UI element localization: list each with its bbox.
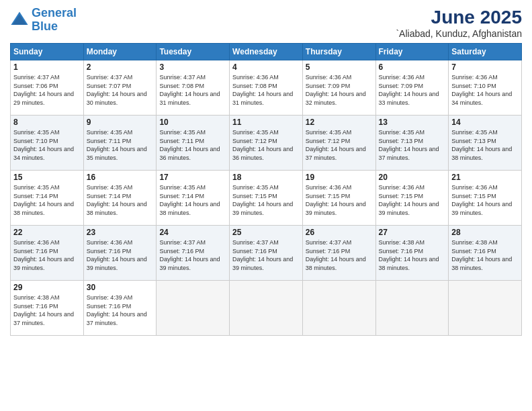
day-info: Sunrise: 4:35 AMSunset: 7:11 PMDaylight:… — [87, 128, 154, 162]
day-info: Sunrise: 4:35 AMSunset: 7:13 PMDaylight:… — [451, 128, 519, 162]
weekday-monday: Monday — [83, 44, 157, 60]
day-info: Sunrise: 4:39 AMSunset: 7:16 PMDaylight:… — [87, 293, 154, 327]
day-number: 22 — [13, 228, 81, 237]
day-number: 13 — [379, 118, 446, 127]
day-number: 2 — [87, 62, 154, 72]
day-number: 24 — [159, 228, 226, 237]
weekday-friday: Friday — [375, 44, 449, 60]
calendar-cell — [375, 281, 449, 336]
calendar-cell: 2Sunrise: 4:37 AMSunset: 7:07 PMDaylight… — [83, 60, 157, 116]
calendar-body: 1Sunrise: 4:37 AMSunset: 7:06 PMDaylight… — [11, 60, 522, 336]
calendar-cell: 7Sunrise: 4:36 AMSunset: 7:10 PMDaylight… — [449, 60, 522, 116]
calendar-cell: 29Sunrise: 4:38 AMSunset: 7:16 PMDayligh… — [11, 281, 84, 336]
calendar-cell: 9Sunrise: 4:35 AMSunset: 7:11 PMDaylight… — [83, 116, 157, 171]
day-info: Sunrise: 4:38 AMSunset: 7:16 PMDaylight:… — [13, 293, 81, 327]
logo-general: General — [32, 6, 77, 19]
calendar-cell: 16Sunrise: 4:35 AMSunset: 7:14 PMDayligh… — [83, 171, 157, 226]
day-info: Sunrise: 4:35 AMSunset: 7:12 PMDaylight:… — [306, 128, 373, 162]
day-info: Sunrise: 4:37 AMSunset: 7:16 PMDaylight:… — [306, 238, 373, 272]
day-info: Sunrise: 4:35 AMSunset: 7:13 PMDaylight:… — [379, 128, 446, 162]
day-info: Sunrise: 4:38 AMSunset: 7:16 PMDaylight:… — [451, 238, 519, 272]
logo-blue: Blue — [32, 19, 58, 33]
calendar-cell: 21Sunrise: 4:36 AMSunset: 7:15 PMDayligh… — [449, 171, 522, 226]
calendar-week-1: 1Sunrise: 4:37 AMSunset: 7:06 PMDaylight… — [11, 60, 522, 116]
logo-text: General Blue — [32, 7, 77, 34]
calendar-cell: 30Sunrise: 4:39 AMSunset: 7:16 PMDayligh… — [83, 281, 157, 336]
calendar-header: SundayMondayTuesdayWednesdayThursdayFrid… — [11, 44, 522, 60]
day-info: Sunrise: 4:35 AMSunset: 7:14 PMDaylight:… — [87, 183, 154, 217]
calendar-cell: 23Sunrise: 4:36 AMSunset: 7:16 PMDayligh… — [83, 226, 157, 281]
day-number: 7 — [451, 62, 519, 72]
day-number: 9 — [87, 118, 154, 127]
day-info: Sunrise: 4:35 AMSunset: 7:14 PMDaylight:… — [159, 183, 226, 217]
day-number: 3 — [159, 62, 226, 72]
logo-icon — [10, 11, 29, 30]
day-info: Sunrise: 4:37 AMSunset: 7:16 PMDaylight:… — [232, 238, 300, 272]
day-number: 5 — [306, 62, 373, 72]
day-number: 14 — [451, 118, 519, 127]
day-info: Sunrise: 4:37 AMSunset: 7:08 PMDaylight:… — [159, 73, 226, 107]
calendar-week-3: 15Sunrise: 4:35 AMSunset: 7:14 PMDayligh… — [11, 171, 522, 226]
calendar-cell: 27Sunrise: 4:38 AMSunset: 7:16 PMDayligh… — [375, 226, 449, 281]
day-number: 11 — [232, 118, 300, 127]
day-number: 23 — [87, 228, 154, 237]
day-info: Sunrise: 4:36 AMSunset: 7:09 PMDaylight:… — [306, 73, 373, 107]
calendar-cell — [449, 281, 522, 336]
day-number: 26 — [306, 228, 373, 237]
day-info: Sunrise: 4:36 AMSunset: 7:08 PMDaylight:… — [232, 73, 300, 107]
day-number: 27 — [379, 228, 446, 237]
day-number: 29 — [13, 283, 81, 292]
calendar-cell: 3Sunrise: 4:37 AMSunset: 7:08 PMDaylight… — [157, 60, 230, 116]
day-info: Sunrise: 4:36 AMSunset: 7:16 PMDaylight:… — [13, 238, 81, 272]
day-info: Sunrise: 4:35 AMSunset: 7:15 PMDaylight:… — [232, 183, 300, 217]
page: General Blue June 2025 `Aliabad, Kunduz,… — [0, 0, 532, 411]
calendar-cell: 11Sunrise: 4:35 AMSunset: 7:12 PMDayligh… — [230, 116, 303, 171]
day-number: 6 — [379, 62, 446, 72]
day-info: Sunrise: 4:38 AMSunset: 7:16 PMDaylight:… — [379, 238, 446, 272]
calendar-cell: 6Sunrise: 4:36 AMSunset: 7:09 PMDaylight… — [375, 60, 449, 116]
calendar-cell — [157, 281, 230, 336]
day-number: 18 — [232, 173, 300, 182]
month-title: June 2025 — [396, 7, 522, 28]
day-number: 30 — [87, 283, 154, 292]
day-number: 8 — [13, 118, 81, 127]
weekday-sunday: Sunday — [11, 44, 84, 60]
day-number: 20 — [379, 173, 446, 182]
calendar-cell: 20Sunrise: 4:36 AMSunset: 7:15 PMDayligh… — [375, 171, 449, 226]
day-info: Sunrise: 4:37 AMSunset: 7:16 PMDaylight:… — [159, 238, 226, 272]
calendar-cell: 14Sunrise: 4:35 AMSunset: 7:13 PMDayligh… — [449, 116, 522, 171]
day-info: Sunrise: 4:36 AMSunset: 7:09 PMDaylight:… — [379, 73, 446, 107]
location-title: `Aliabad, Kunduz, Afghanistan — [396, 28, 522, 39]
calendar-cell: 24Sunrise: 4:37 AMSunset: 7:16 PMDayligh… — [157, 226, 230, 281]
calendar-cell — [230, 281, 303, 336]
calendar: SundayMondayTuesdayWednesdayThursdayFrid… — [10, 43, 522, 336]
day-info: Sunrise: 4:36 AMSunset: 7:16 PMDaylight:… — [87, 238, 154, 272]
day-number: 25 — [232, 228, 300, 237]
logo: General Blue — [10, 7, 77, 34]
calendar-cell: 5Sunrise: 4:36 AMSunset: 7:09 PMDaylight… — [302, 60, 375, 116]
day-number: 10 — [159, 118, 226, 127]
calendar-cell: 13Sunrise: 4:35 AMSunset: 7:13 PMDayligh… — [375, 116, 449, 171]
day-info: Sunrise: 4:37 AMSunset: 7:06 PMDaylight:… — [13, 73, 81, 107]
day-info: Sunrise: 4:35 AMSunset: 7:12 PMDaylight:… — [232, 128, 300, 162]
day-info: Sunrise: 4:35 AMSunset: 7:10 PMDaylight:… — [13, 128, 81, 162]
weekday-header-row: SundayMondayTuesdayWednesdayThursdayFrid… — [11, 44, 522, 60]
calendar-cell: 28Sunrise: 4:38 AMSunset: 7:16 PMDayligh… — [449, 226, 522, 281]
calendar-cell: 8Sunrise: 4:35 AMSunset: 7:10 PMDaylight… — [11, 116, 84, 171]
calendar-week-2: 8Sunrise: 4:35 AMSunset: 7:10 PMDaylight… — [11, 116, 522, 171]
day-number: 19 — [306, 173, 373, 182]
day-number: 15 — [13, 173, 81, 182]
calendar-cell: 22Sunrise: 4:36 AMSunset: 7:16 PMDayligh… — [11, 226, 84, 281]
calendar-cell: 12Sunrise: 4:35 AMSunset: 7:12 PMDayligh… — [302, 116, 375, 171]
day-info: Sunrise: 4:35 AMSunset: 7:14 PMDaylight:… — [13, 183, 81, 217]
weekday-thursday: Thursday — [302, 44, 375, 60]
calendar-cell: 1Sunrise: 4:37 AMSunset: 7:06 PMDaylight… — [11, 60, 84, 116]
header: General Blue June 2025 `Aliabad, Kunduz,… — [10, 7, 522, 39]
calendar-week-5: 29Sunrise: 4:38 AMSunset: 7:16 PMDayligh… — [11, 281, 522, 336]
day-number: 4 — [232, 62, 300, 72]
day-info: Sunrise: 4:36 AMSunset: 7:10 PMDaylight:… — [451, 73, 519, 107]
calendar-cell: 25Sunrise: 4:37 AMSunset: 7:16 PMDayligh… — [230, 226, 303, 281]
day-number: 12 — [306, 118, 373, 127]
weekday-saturday: Saturday — [449, 44, 522, 60]
day-number: 17 — [159, 173, 226, 182]
